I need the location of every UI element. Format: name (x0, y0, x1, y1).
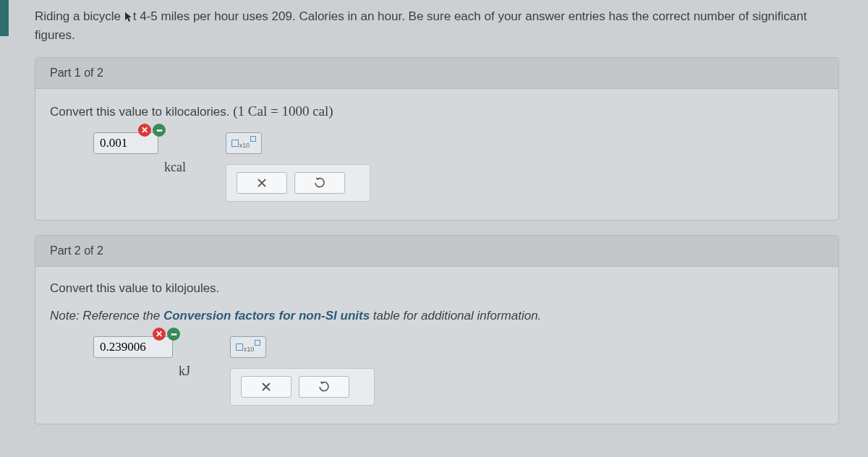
question-text: Riding a bicycle t 4-5 miles per hour us… (0, 0, 868, 57)
note-label: Note: (50, 309, 80, 323)
note-prefix: Reference the (80, 309, 163, 323)
sci-base-box (231, 140, 239, 147)
sci-exp-box (255, 340, 260, 346)
sci-exp-box (250, 136, 256, 142)
undo-icon (318, 381, 330, 393)
scientific-notation-button[interactable]: x10 (226, 132, 262, 154)
answer-box-wrap: ✕ ••• (93, 132, 158, 154)
x-icon (257, 178, 267, 188)
sci-x10-label: x10 (244, 346, 255, 353)
part-2-prompt: Convert this value to kilojoules. (50, 281, 824, 296)
sci-base-box (236, 343, 243, 351)
question-text-2: t 4-5 miles per hour uses 209. Calories … (35, 9, 807, 42)
part-2-answer-row: ✕ ••• kJ x10 (93, 336, 824, 406)
incorrect-icon: ✕ (138, 124, 151, 137)
conversion-factors-link[interactable]: Conversion factors for non-SI units (163, 309, 370, 323)
answer-box-wrap-2: ✕ ••• (93, 336, 173, 358)
clear-button[interactable] (241, 376, 292, 398)
undo-icon (314, 177, 326, 189)
part-2-toolbox: x10 (230, 336, 375, 406)
more-icon[interactable]: ••• (167, 328, 180, 341)
part-1-header: Part 1 of 2 (35, 58, 838, 89)
cursor-icon (124, 12, 133, 23)
part-1-action-row (226, 164, 370, 202)
part-2-unit: kJ (179, 364, 190, 379)
part-2-action-row (230, 368, 375, 406)
part-2-body: Convert this value to kilojoules. Note: … (35, 267, 838, 424)
question-text-1: Riding a bicycle (35, 9, 124, 23)
part-1-toolbox: x10 (226, 132, 370, 202)
part-1-body: Convert this value to kilocalories. (1 C… (35, 89, 838, 220)
more-icon[interactable]: ••• (153, 124, 166, 137)
part-2-note: Note: Reference the Conversion factors f… (50, 309, 824, 323)
clear-button[interactable] (237, 172, 287, 194)
part-1-answer-row: ✕ ••• kcal x10 (93, 132, 824, 202)
reset-button[interactable] (299, 376, 349, 398)
note-suffix: table for additional information. (370, 309, 541, 323)
sci-x10-label: x10 (239, 142, 250, 149)
part-2-container: Part 2 of 2 Convert this value to kilojo… (35, 235, 839, 424)
scientific-notation-button[interactable]: x10 (230, 336, 266, 358)
status-icons: ✕ ••• (138, 124, 166, 137)
incorrect-icon: ✕ (153, 328, 166, 341)
formula-text: (1 Cal = 1000 cal) (233, 103, 333, 119)
x-icon (261, 382, 271, 392)
part-1-container: Part 1 of 2 Convert this value to kiloca… (35, 57, 839, 221)
part-2-header: Part 2 of 2 (35, 236, 838, 267)
part-1-unit: kcal (164, 160, 186, 175)
status-icons-2: ✕ ••• (153, 328, 180, 341)
part-1-prompt: Convert this value to kilocalories. (1 C… (50, 103, 824, 119)
reset-button[interactable] (294, 172, 345, 194)
accent-bar (0, 0, 9, 36)
